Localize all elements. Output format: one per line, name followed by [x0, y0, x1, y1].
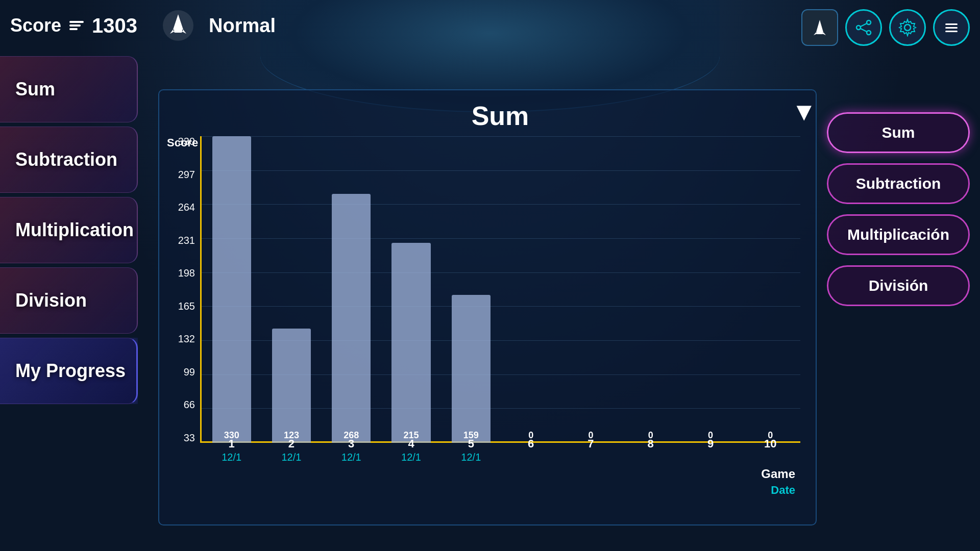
x-label-group: 512/1 [441, 437, 501, 463]
x-label-group: 7 [561, 437, 621, 463]
mode-label: Normal [209, 15, 276, 37]
score-bar-icon [69, 21, 84, 30]
sidebar-label-my-progress: My Progress [15, 360, 126, 382]
sidebar-label-sum: Sum [15, 79, 55, 100]
x-label-group: 6 [501, 437, 560, 463]
x-label-date: 12/1 [281, 452, 301, 463]
bar-group: 123 [261, 136, 321, 443]
score-area: Score 1303 [10, 14, 137, 37]
sidebar-item-my-progress[interactable]: My Progress [0, 338, 138, 404]
sidebar-item-division[interactable]: Division [0, 267, 138, 334]
svg-line-12 [861, 23, 867, 27]
svg-marker-8 [822, 32, 826, 35]
svg-point-10 [856, 26, 861, 30]
x-label-num: 7 [587, 437, 594, 450]
bar-group: 215 [381, 136, 441, 443]
bar-group: 0 [561, 136, 621, 443]
arrow-down-icon: ▼ [792, 97, 817, 127]
x-label-num: 2 [288, 437, 295, 450]
svg-line-13 [861, 29, 867, 32]
svg-marker-7 [814, 32, 817, 35]
y-tick: 198 [172, 268, 195, 278]
x-labels: 112/1212/1312/1412/1512/1678910 [202, 437, 800, 463]
x-label-num: 5 [468, 437, 474, 450]
share-button[interactable] [845, 9, 882, 46]
sidebar-label-division: Division [15, 290, 87, 311]
sidebar: Sum Subtraction Multiplication Division … [0, 51, 138, 409]
rocket-button[interactable] [801, 9, 838, 46]
y-tick: 132 [172, 334, 195, 344]
bar-group: 159 [441, 136, 501, 443]
x-label-group: 8 [621, 437, 680, 463]
x-date-title: Date [771, 484, 795, 497]
x-label-date: 12/1 [401, 452, 421, 463]
bars-area: 33012326821515900000 [202, 136, 800, 443]
x-axis-title: Game [761, 467, 795, 481]
sidebar-item-sum[interactable]: Sum [0, 56, 138, 122]
y-tick: 297 [172, 169, 195, 180]
svg-rect-17 [945, 31, 958, 32]
x-label-group: 10 [741, 437, 800, 463]
menu-icon [942, 18, 961, 37]
x-label-date: 12/1 [222, 452, 241, 463]
y-tick: 99 [172, 367, 195, 377]
sidebar-item-subtraction[interactable]: Subtraction [0, 127, 138, 193]
x-label-date: 12/1 [341, 452, 361, 463]
svg-rect-16 [945, 27, 958, 29]
bar-group: 0 [741, 136, 800, 443]
bar-rect: 215 [391, 243, 430, 443]
bar-group: 330 [202, 136, 261, 443]
x-label-group: 212/1 [261, 437, 321, 463]
svg-rect-6 [817, 31, 823, 34]
right-btn-sum-label: Sum [881, 124, 915, 141]
bar-group: 0 [621, 136, 680, 443]
svg-point-11 [867, 31, 871, 35]
x-label-num: 8 [648, 437, 654, 450]
bar-group: 0 [501, 136, 560, 443]
right-btn-division[interactable]: División [827, 265, 970, 306]
x-label-num: 10 [764, 437, 776, 450]
x-label-group: 412/1 [381, 437, 441, 463]
right-btn-sum[interactable]: Sum [827, 112, 970, 153]
y-tick: 231 [172, 235, 195, 245]
score-label: Score [10, 15, 61, 36]
bar-group: 0 [680, 136, 740, 443]
rocket-small-icon [810, 18, 829, 37]
menu-button[interactable] [933, 9, 970, 46]
bar-rect: 268 [332, 194, 371, 443]
x-label-num: 6 [528, 437, 534, 450]
svg-rect-15 [945, 23, 958, 25]
right-panel: Sum Subtraction Multiplicación División [827, 112, 970, 306]
y-tick: 165 [172, 301, 195, 311]
y-tick: 330 [172, 136, 195, 146]
svg-marker-5 [816, 20, 823, 32]
x-label-group: 312/1 [322, 437, 381, 463]
bar-rect: 159 [452, 295, 491, 443]
svg-rect-2 [174, 29, 182, 33]
rocket-icon [163, 10, 193, 41]
gear-icon [898, 18, 917, 37]
chart-title: Sum [200, 101, 800, 131]
score-value: 1303 [92, 14, 137, 37]
svg-point-9 [867, 20, 871, 24]
x-label-group: 9 [680, 437, 740, 463]
x-label-group: 112/1 [202, 437, 261, 463]
chart-inner: Score 330 297 264 231 198 165 132 [200, 136, 800, 484]
svg-point-14 [904, 24, 911, 31]
right-btn-subtraction[interactable]: Subtraction [827, 163, 970, 204]
share-icon [854, 18, 873, 37]
x-label-num: 4 [408, 437, 414, 450]
settings-button[interactable] [889, 9, 926, 46]
sidebar-label-multiplication: Multiplication [15, 219, 134, 241]
bar-rect: 330 [212, 136, 251, 443]
top-right-icons [801, 9, 970, 46]
y-tick: 264 [172, 202, 195, 212]
bar-rect: 123 [272, 329, 311, 443]
x-label-num: 3 [348, 437, 354, 450]
chart-container: Sum Score 330 297 264 231 198 165 [158, 89, 817, 525]
rocket-logo [158, 5, 199, 46]
y-tick: 33 [172, 433, 195, 443]
sidebar-item-multiplication[interactable]: Multiplication [0, 197, 138, 263]
bar-group: 268 [322, 136, 381, 443]
right-btn-multiplicacion[interactable]: Multiplicación [827, 214, 970, 255]
